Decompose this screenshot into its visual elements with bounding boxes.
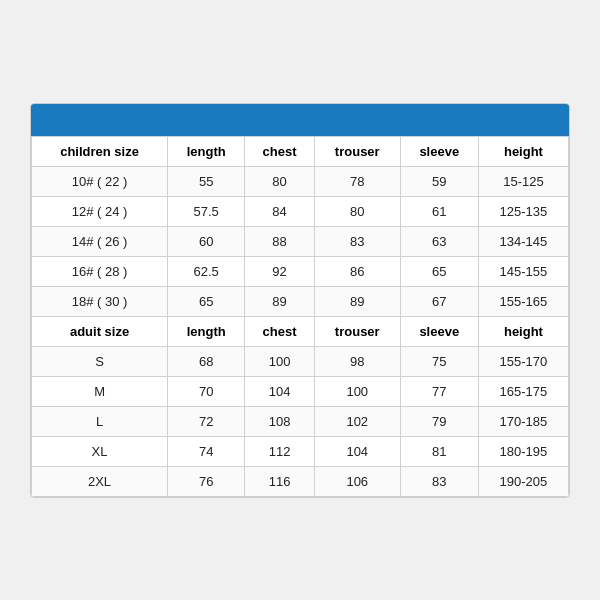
cell-sleeve: 59: [400, 166, 478, 196]
adult-header-height: height: [478, 316, 568, 346]
children-row-2: 14# ( 26 )60888363134-145: [32, 226, 569, 256]
adult-row-3: XL7411210481180-195: [32, 436, 569, 466]
children-header-length: length: [168, 136, 245, 166]
cell-height: 155-170: [478, 346, 568, 376]
cell-length: 60: [168, 226, 245, 256]
cell-trouser: 98: [314, 346, 400, 376]
cell-sleeve: 67: [400, 286, 478, 316]
cell-chest: 100: [245, 346, 315, 376]
adult-row-2: L7210810279170-185: [32, 406, 569, 436]
cell-height: 180-195: [478, 436, 568, 466]
children-row-4: 18# ( 30 )65898967155-165: [32, 286, 569, 316]
adult-header-length: length: [168, 316, 245, 346]
cell-chest: 104: [245, 376, 315, 406]
cell-trouser: 78: [314, 166, 400, 196]
children-header-children-size: children size: [32, 136, 168, 166]
cell-sleeve: 75: [400, 346, 478, 376]
cell-length: 74: [168, 436, 245, 466]
children-header-trouser: trouser: [314, 136, 400, 166]
children-row-3: 16# ( 28 )62.5928665145-155: [32, 256, 569, 286]
cell-chest: 108: [245, 406, 315, 436]
cell-length: 55: [168, 166, 245, 196]
adult-header-trouser: trouser: [314, 316, 400, 346]
cell-trouser: 80: [314, 196, 400, 226]
children-row-0: 10# ( 22 )5580785915-125: [32, 166, 569, 196]
cell-length: 62.5: [168, 256, 245, 286]
cell-length: 68: [168, 346, 245, 376]
cell-length: 65: [168, 286, 245, 316]
children-row-1: 12# ( 24 )57.5848061125-135: [32, 196, 569, 226]
cell-sleeve: 61: [400, 196, 478, 226]
cell-chest: 116: [245, 466, 315, 496]
cell-length: 76: [168, 466, 245, 496]
cell-trouser: 102: [314, 406, 400, 436]
cell-sleeve: 65: [400, 256, 478, 286]
cell-height: 134-145: [478, 226, 568, 256]
adult-header-aduit-size: aduit size: [32, 316, 168, 346]
cell-length: 72: [168, 406, 245, 436]
cell-trouser: 106: [314, 466, 400, 496]
cell-length: 57.5: [168, 196, 245, 226]
children-header-chest: chest: [245, 136, 315, 166]
cell-size: M: [32, 376, 168, 406]
cell-length: 70: [168, 376, 245, 406]
children-header-height: height: [478, 136, 568, 166]
cell-sleeve: 83: [400, 466, 478, 496]
adult-row-4: 2XL7611610683190-205: [32, 466, 569, 496]
adult-header-sleeve: sleeve: [400, 316, 478, 346]
size-selection-container: children sizelengthchesttrousersleevehei…: [30, 103, 570, 498]
cell-chest: 112: [245, 436, 315, 466]
cell-sleeve: 77: [400, 376, 478, 406]
cell-size: 10# ( 22 ): [32, 166, 168, 196]
cell-size: 14# ( 26 ): [32, 226, 168, 256]
adult-row-1: M7010410077165-175: [32, 376, 569, 406]
cell-trouser: 89: [314, 286, 400, 316]
cell-trouser: 104: [314, 436, 400, 466]
cell-height: 145-155: [478, 256, 568, 286]
cell-size: XL: [32, 436, 168, 466]
cell-height: 125-135: [478, 196, 568, 226]
cell-size: 18# ( 30 ): [32, 286, 168, 316]
cell-height: 170-185: [478, 406, 568, 436]
cell-sleeve: 81: [400, 436, 478, 466]
cell-size: S: [32, 346, 168, 376]
cell-trouser: 83: [314, 226, 400, 256]
cell-height: 190-205: [478, 466, 568, 496]
cell-size: 16# ( 28 ): [32, 256, 168, 286]
cell-chest: 84: [245, 196, 315, 226]
cell-size: L: [32, 406, 168, 436]
cell-trouser: 100: [314, 376, 400, 406]
cell-size: 2XL: [32, 466, 168, 496]
adult-header-chest: chest: [245, 316, 315, 346]
size-table: children sizelengthchesttrousersleevehei…: [31, 136, 569, 497]
table-title: [31, 104, 569, 136]
cell-height: 165-175: [478, 376, 568, 406]
cell-trouser: 86: [314, 256, 400, 286]
cell-size: 12# ( 24 ): [32, 196, 168, 226]
cell-chest: 88: [245, 226, 315, 256]
cell-sleeve: 79: [400, 406, 478, 436]
cell-chest: 89: [245, 286, 315, 316]
cell-chest: 92: [245, 256, 315, 286]
cell-chest: 80: [245, 166, 315, 196]
children-header-sleeve: sleeve: [400, 136, 478, 166]
cell-height: 155-165: [478, 286, 568, 316]
adult-row-0: S681009875155-170: [32, 346, 569, 376]
cell-height: 15-125: [478, 166, 568, 196]
cell-sleeve: 63: [400, 226, 478, 256]
